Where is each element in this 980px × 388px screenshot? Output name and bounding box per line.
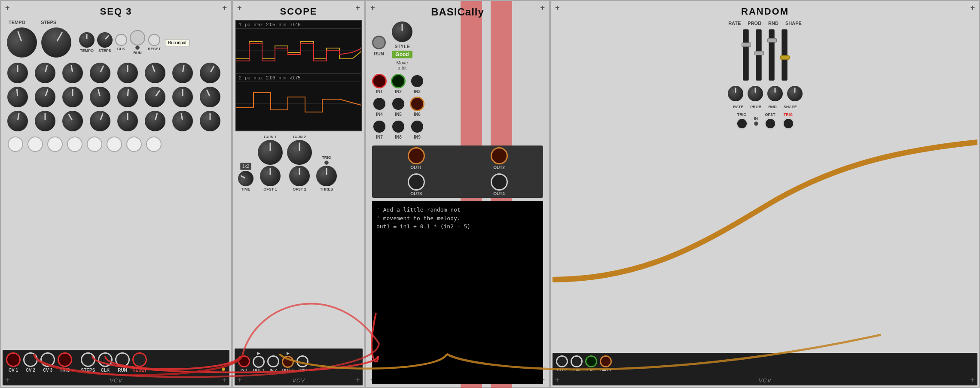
basically-in5-port[interactable] — [391, 97, 406, 111]
plus-tl-seq3[interactable]: + — [5, 3, 10, 12]
seq3-knob-2-3[interactable] — [62, 87, 83, 107]
basically-in4-port[interactable] — [372, 97, 387, 111]
seq3-step-btn-4[interactable] — [67, 136, 82, 152]
scope-in1-port[interactable] — [238, 355, 250, 367]
seq3-step-btn-2[interactable] — [27, 136, 43, 152]
random-lin-port[interactable] — [571, 355, 583, 367]
steps-knob-main[interactable] — [36, 22, 77, 63]
scope-in2-port[interactable] — [267, 355, 279, 367]
random-prob-slider[interactable] — [756, 29, 762, 81]
random-trig-out-port[interactable] — [782, 118, 794, 130]
seq3-knob-3-6[interactable] — [143, 109, 168, 134]
scope-trig-port[interactable] — [296, 355, 308, 367]
scope-gain2-knob[interactable] — [287, 140, 312, 165]
random-shape-knob[interactable] — [787, 86, 803, 101]
random-rnd-knob[interactable] — [767, 86, 783, 101]
basically-in6-port[interactable] — [410, 97, 424, 111]
seq3-step-btn-1[interactable] — [8, 136, 23, 152]
seq3-knob-2-6[interactable] — [141, 83, 170, 112]
seq3-knob-1-7[interactable] — [171, 61, 195, 85]
scope-ofst2-knob[interactable] — [289, 166, 310, 186]
seq3-knob-3-7[interactable] — [171, 109, 195, 133]
seq3-knob-2-5[interactable] — [116, 86, 139, 108]
seq3-knob-2-8[interactable] — [196, 83, 224, 111]
seq3-knob-1-1[interactable] — [7, 63, 28, 83]
plus-tl-basically[interactable]: + — [370, 3, 375, 12]
scope-gain1-knob[interactable] — [258, 140, 283, 165]
plus-br-seq3[interactable]: + — [222, 376, 227, 385]
basically-run-port[interactable] — [372, 36, 386, 49]
random-ofst-port[interactable] — [764, 118, 776, 130]
seq3-knob-3-5[interactable] — [117, 111, 138, 131]
seq3-knob-2-1[interactable] — [6, 86, 29, 108]
trig-port-seq3[interactable] — [58, 352, 72, 367]
plus-tr-random[interactable]: + — [970, 3, 975, 12]
basically-out4-port[interactable] — [491, 173, 508, 191]
basically-out1-port[interactable] — [408, 147, 425, 164]
seq3-knob-1-6[interactable] — [142, 60, 168, 86]
basically-code-display[interactable]: ' Add a little random not ' movement to … — [372, 201, 543, 384]
basically-in1-port[interactable] — [372, 74, 387, 88]
basically-in8-port[interactable] — [391, 119, 406, 134]
clk-port[interactable] — [98, 352, 113, 367]
reset-port[interactable] — [132, 352, 147, 367]
cv3-port[interactable] — [40, 352, 55, 367]
plus-br-random[interactable]: + — [970, 376, 975, 385]
plus-tr-seq3[interactable]: + — [222, 3, 227, 12]
seq3-knob-3-8[interactable] — [200, 111, 220, 131]
basically-out3-port[interactable] — [408, 173, 425, 191]
plus-tl-random[interactable]: + — [555, 3, 560, 12]
seq3-knob-1-2[interactable] — [33, 61, 58, 86]
basically-in9-port[interactable] — [410, 119, 424, 134]
plus-bl-scope[interactable]: + — [237, 376, 242, 385]
random-smth-port[interactable] — [600, 355, 612, 367]
steps-port[interactable] — [81, 352, 95, 367]
plus-bl-seq3[interactable]: + — [5, 376, 10, 385]
basically-in7-port[interactable] — [372, 119, 387, 134]
seq3-knob-3-4[interactable] — [87, 108, 113, 134]
seq3-step-btn-3[interactable] — [47, 136, 63, 152]
random-prob-knob[interactable] — [748, 86, 763, 101]
seq3-knob-3-1[interactable] — [6, 109, 30, 133]
reset-button[interactable] — [148, 34, 160, 46]
plus-bl-random[interactable]: + — [555, 376, 560, 385]
cv2-port[interactable] — [23, 352, 38, 367]
seq3-step-btn-7[interactable] — [126, 136, 142, 152]
cv1-port[interactable] — [6, 352, 21, 367]
seq3-step-btn-5[interactable] — [87, 136, 102, 152]
scope-out2-port[interactable] — [282, 356, 294, 368]
scope-thres-knob[interactable] — [316, 166, 337, 186]
plus-tr-scope[interactable]: + — [355, 3, 360, 12]
scope-ofst1-knob[interactable] — [260, 166, 281, 186]
seq3-step-btn-8[interactable] — [146, 136, 162, 152]
basically-out2-port[interactable] — [491, 147, 508, 164]
random-rate-slider[interactable] — [743, 29, 749, 81]
scope-time-knob[interactable] — [235, 168, 256, 189]
seq3-knob-3-3[interactable] — [58, 107, 87, 135]
plus-tr-basically[interactable]: + — [540, 3, 545, 12]
run-button[interactable] — [130, 30, 145, 45]
random-rnd-slider[interactable] — [769, 29, 775, 81]
steps-knob-small[interactable] — [94, 29, 116, 51]
basically-in2-port[interactable] — [391, 74, 406, 88]
random-trig-port[interactable] — [736, 118, 748, 130]
seq3-knob-1-8[interactable] — [196, 59, 224, 87]
random-shape-slider[interactable] — [782, 29, 788, 81]
random-rate-knob[interactable] — [728, 86, 743, 101]
scope-multiplier[interactable]: 1x2 — [240, 163, 251, 170]
tempo-knob-small[interactable] — [79, 32, 95, 48]
scope-out1-port[interactable] — [253, 356, 265, 368]
basically-in3-port[interactable] — [410, 74, 424, 88]
seq3-knob-2-2[interactable] — [32, 84, 58, 110]
plus-br-scope[interactable]: + — [355, 376, 360, 385]
seq3-knob-3-2[interactable] — [35, 111, 55, 131]
seq3-step-btn-6[interactable] — [107, 136, 122, 152]
plus-tl-scope[interactable]: + — [237, 3, 242, 12]
random-exp-port[interactable] — [585, 355, 597, 367]
seq3-knob-2-4[interactable] — [88, 85, 113, 110]
clk-button[interactable] — [115, 34, 127, 46]
seq3-knob-1-4[interactable] — [86, 59, 114, 87]
tempo-knob-main[interactable] — [3, 23, 41, 62]
seq3-knob-1-5[interactable] — [117, 63, 138, 83]
seq3-knob-1-3[interactable] — [61, 61, 85, 85]
